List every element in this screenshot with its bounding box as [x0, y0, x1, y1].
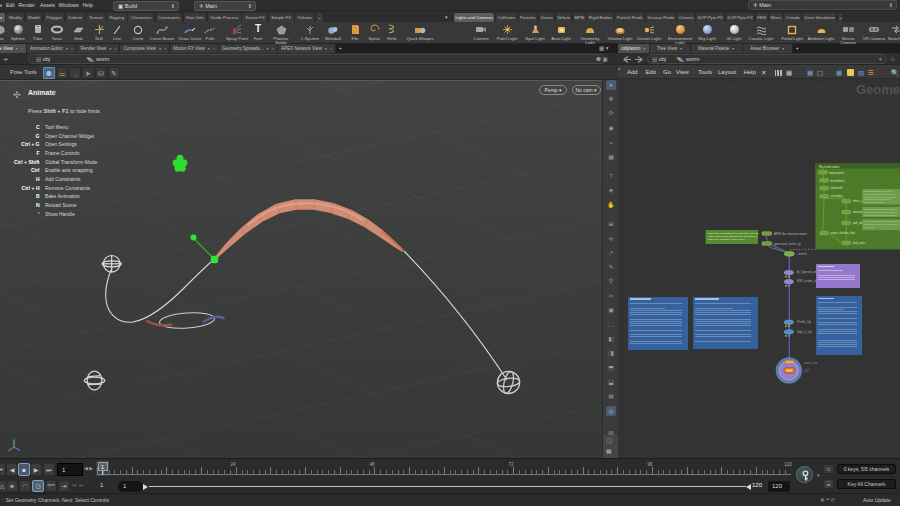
svg-text:final_eval ⏵: final_eval ⏵	[853, 241, 867, 245]
svg-text:secondary: secondary	[831, 194, 844, 198]
svg-text:Profile_Up: Profile_Up	[797, 320, 811, 324]
svg-text:bonecapture: bonecapture	[830, 171, 845, 175]
svg-text:before the evaluation.: before the evaluation.	[864, 201, 885, 203]
svg-text:output_skeleton_final: output_skeleton_final	[831, 231, 856, 235]
svg-text:OUT: OUT	[804, 369, 810, 373]
svg-text:0-1 clamp.: 0-1 clamp.	[864, 226, 875, 228]
svg-text:Key up controls to tune stretc: Key up controls to tune stretching of	[864, 220, 899, 222]
svg-text:The motion path controls drive: The motion path controls drive the	[864, 208, 898, 210]
svg-text:bonedeform: bonedeform	[831, 179, 845, 183]
svg-text:apexscene_worm_rig: apexscene_worm_rig	[774, 242, 801, 246]
svg-text:procedurally from the input cu: procedurally from the input curve	[864, 193, 897, 195]
svg-text:weights to the path controls: weights to the path controls	[864, 198, 892, 200]
svg-text:worm animation along the curve: worm animation along the curve.	[864, 211, 896, 213]
svg-text:skeletonfk: skeletonfk	[831, 186, 843, 190]
svg-text:worm_anim: worm_anim	[804, 361, 817, 365]
svg-text:geometry and binds the deforme: geometry and binds the deformer	[864, 196, 896, 198]
svg-text:Use the green handles to adjus: Use the green handles to adjust it.	[864, 214, 898, 216]
svg-text:worm1: worm1	[798, 252, 807, 256]
svg-text:Sqrt_C_Up: Sqrt_C_Up	[797, 330, 812, 334]
svg-text:Rig build nodes: Rig build nodes	[819, 165, 840, 169]
svg-text:APEX fbx character import: APEX fbx character import	[774, 232, 807, 236]
svg-text:the parametric bind. Values ou: the parametric bind. Values outside	[864, 223, 899, 225]
svg-text:This graph builds the worm rig: This graph builds the worm rig	[864, 190, 894, 192]
svg-text:used in the viewport (APEX sce: used in the viewport (APEX scene).	[708, 238, 746, 241]
